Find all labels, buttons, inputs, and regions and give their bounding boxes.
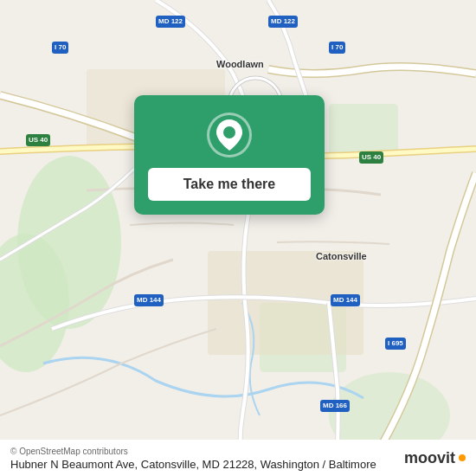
moovit-logo: moovit bbox=[404, 449, 466, 467]
shield-md144-se: MD 144 bbox=[331, 294, 360, 306]
shield-md166-s: MD 166 bbox=[320, 400, 350, 412]
shield-md144-sw: MD 144 bbox=[134, 294, 164, 306]
moovit-dot bbox=[459, 454, 466, 461]
region-text: Washington / Baltimore bbox=[261, 458, 376, 471]
destination-card: Take me there bbox=[134, 95, 325, 215]
location-icon-wrap bbox=[207, 113, 252, 158]
place-label-woodlawn: Woodlawn bbox=[216, 59, 264, 69]
shield-us40-top: US 40 bbox=[359, 151, 383, 164]
address-line: Hubner N Beaumont Ave, Catonsville, MD 2… bbox=[10, 458, 466, 471]
moovit-text: moovit bbox=[404, 449, 455, 467]
shield-i695-se: I 695 bbox=[385, 338, 406, 350]
location-pin-icon bbox=[216, 119, 242, 151]
shield-md122-ne: MD 122 bbox=[268, 16, 298, 28]
svg-point-10 bbox=[223, 126, 235, 138]
shield-i70-nw: I 70 bbox=[52, 42, 68, 54]
place-label-catonsville: Catonsville bbox=[316, 251, 367, 261]
address-text: Hubner N Beaumont Ave, Catonsville, MD 2… bbox=[10, 458, 257, 471]
map-background bbox=[0, 0, 476, 476]
take-me-there-button[interactable]: Take me there bbox=[148, 168, 311, 201]
osm-credit: © OpenStreetMap contributors bbox=[10, 447, 466, 456]
shield-us40-left: US 40 bbox=[26, 134, 50, 146]
shield-md122-nw: MD 122 bbox=[156, 16, 185, 28]
svg-rect-5 bbox=[329, 104, 398, 156]
bottom-info-bar: © OpenStreetMap contributors Hubner N Be… bbox=[0, 440, 476, 476]
shield-i70-ne: I 70 bbox=[329, 42, 345, 54]
map-container: Woodlawn Catonsville I 70 US 40 US 40 US… bbox=[0, 0, 476, 476]
